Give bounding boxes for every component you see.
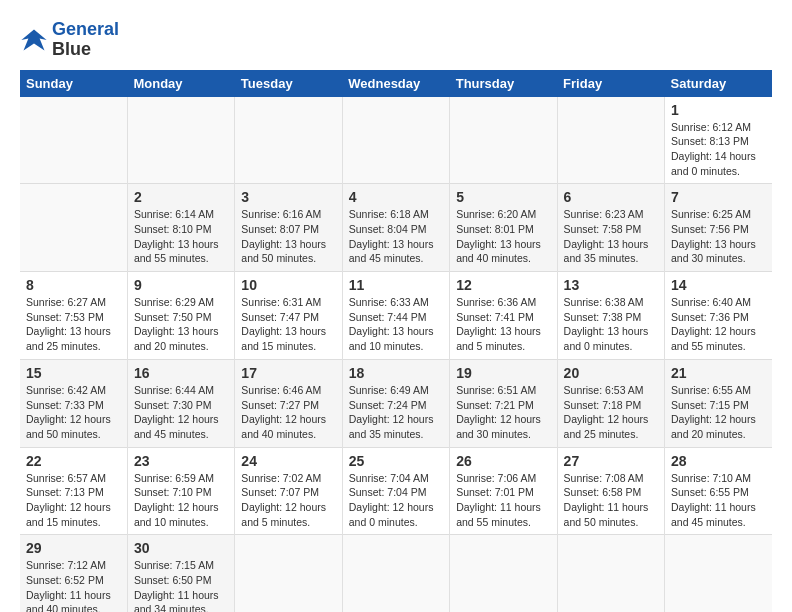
calendar-cell: 7Sunrise: 6:25 AMSunset: 7:56 PMDaylight… <box>665 184 772 272</box>
day-header-thursday: Thursday <box>450 70 557 97</box>
calendar-cell: 24Sunrise: 7:02 AMSunset: 7:07 PMDayligh… <box>235 447 342 535</box>
calendar-cell <box>20 97 127 184</box>
day-header-sunday: Sunday <box>20 70 127 97</box>
calendar-cell: 13Sunrise: 6:38 AMSunset: 7:38 PMDayligh… <box>557 272 664 360</box>
day-number: 6 <box>564 189 658 205</box>
page-header: GeneralBlue <box>20 20 772 60</box>
calendar-cell: 6Sunrise: 6:23 AMSunset: 7:58 PMDaylight… <box>557 184 664 272</box>
day-header-tuesday: Tuesday <box>235 70 342 97</box>
calendar-table: SundayMondayTuesdayWednesdayThursdayFrid… <box>20 70 772 612</box>
day-info: Sunrise: 6:38 AMSunset: 7:38 PMDaylight:… <box>564 295 658 354</box>
day-info: Sunrise: 6:51 AMSunset: 7:21 PMDaylight:… <box>456 383 550 442</box>
calendar-cell: 17Sunrise: 6:46 AMSunset: 7:27 PMDayligh… <box>235 359 342 447</box>
calendar-cell <box>557 535 664 612</box>
calendar-cell: 1Sunrise: 6:12 AMSunset: 8:13 PMDaylight… <box>665 97 772 184</box>
calendar-cell: 14Sunrise: 6:40 AMSunset: 7:36 PMDayligh… <box>665 272 772 360</box>
calendar-cell: 9Sunrise: 6:29 AMSunset: 7:50 PMDaylight… <box>127 272 234 360</box>
day-number: 22 <box>26 453 121 469</box>
day-number: 27 <box>564 453 658 469</box>
calendar-cell: 8Sunrise: 6:27 AMSunset: 7:53 PMDaylight… <box>20 272 127 360</box>
day-info: Sunrise: 6:31 AMSunset: 7:47 PMDaylight:… <box>241 295 335 354</box>
calendar-cell: 20Sunrise: 6:53 AMSunset: 7:18 PMDayligh… <box>557 359 664 447</box>
logo-icon <box>20 26 48 54</box>
day-header-wednesday: Wednesday <box>342 70 449 97</box>
day-info: Sunrise: 6:14 AMSunset: 8:10 PMDaylight:… <box>134 207 228 266</box>
day-number: 8 <box>26 277 121 293</box>
day-number: 7 <box>671 189 766 205</box>
day-info: Sunrise: 6:33 AMSunset: 7:44 PMDaylight:… <box>349 295 443 354</box>
calendar-cell: 3Sunrise: 6:16 AMSunset: 8:07 PMDaylight… <box>235 184 342 272</box>
day-info: Sunrise: 6:20 AMSunset: 8:01 PMDaylight:… <box>456 207 550 266</box>
week-row-2: 2Sunrise: 6:14 AMSunset: 8:10 PMDaylight… <box>20 184 772 272</box>
day-info: Sunrise: 7:04 AMSunset: 7:04 PMDaylight:… <box>349 471 443 530</box>
day-header-saturday: Saturday <box>665 70 772 97</box>
calendar-cell <box>342 97 449 184</box>
calendar-cell: 22Sunrise: 6:57 AMSunset: 7:13 PMDayligh… <box>20 447 127 535</box>
day-info: Sunrise: 6:40 AMSunset: 7:36 PMDaylight:… <box>671 295 766 354</box>
calendar-cell: 18Sunrise: 6:49 AMSunset: 7:24 PMDayligh… <box>342 359 449 447</box>
calendar-cell <box>557 97 664 184</box>
day-number: 28 <box>671 453 766 469</box>
calendar-cell: 23Sunrise: 6:59 AMSunset: 7:10 PMDayligh… <box>127 447 234 535</box>
calendar-cell: 30Sunrise: 7:15 AMSunset: 6:50 PMDayligh… <box>127 535 234 612</box>
calendar-cell <box>665 535 772 612</box>
calendar-cell: 12Sunrise: 6:36 AMSunset: 7:41 PMDayligh… <box>450 272 557 360</box>
week-row-3: 8Sunrise: 6:27 AMSunset: 7:53 PMDaylight… <box>20 272 772 360</box>
day-info: Sunrise: 6:42 AMSunset: 7:33 PMDaylight:… <box>26 383 121 442</box>
calendar-cell: 21Sunrise: 6:55 AMSunset: 7:15 PMDayligh… <box>665 359 772 447</box>
day-number: 1 <box>671 102 766 118</box>
calendar-cell: 4Sunrise: 6:18 AMSunset: 8:04 PMDaylight… <box>342 184 449 272</box>
day-info: Sunrise: 6:46 AMSunset: 7:27 PMDaylight:… <box>241 383 335 442</box>
day-info: Sunrise: 6:59 AMSunset: 7:10 PMDaylight:… <box>134 471 228 530</box>
day-info: Sunrise: 6:44 AMSunset: 7:30 PMDaylight:… <box>134 383 228 442</box>
day-info: Sunrise: 6:27 AMSunset: 7:53 PMDaylight:… <box>26 295 121 354</box>
logo-text: GeneralBlue <box>52 20 119 60</box>
day-number: 12 <box>456 277 550 293</box>
day-number: 25 <box>349 453 443 469</box>
day-info: Sunrise: 6:25 AMSunset: 7:56 PMDaylight:… <box>671 207 766 266</box>
logo: GeneralBlue <box>20 20 119 60</box>
calendar-cell <box>127 97 234 184</box>
calendar-cell <box>20 184 127 272</box>
day-info: Sunrise: 6:18 AMSunset: 8:04 PMDaylight:… <box>349 207 443 266</box>
day-info: Sunrise: 6:36 AMSunset: 7:41 PMDaylight:… <box>456 295 550 354</box>
calendar-cell <box>450 97 557 184</box>
day-info: Sunrise: 7:06 AMSunset: 7:01 PMDaylight:… <box>456 471 550 530</box>
day-number: 5 <box>456 189 550 205</box>
calendar-cell: 11Sunrise: 6:33 AMSunset: 7:44 PMDayligh… <box>342 272 449 360</box>
day-number: 3 <box>241 189 335 205</box>
day-number: 23 <box>134 453 228 469</box>
calendar-cell <box>235 97 342 184</box>
day-number: 15 <box>26 365 121 381</box>
day-info: Sunrise: 6:29 AMSunset: 7:50 PMDaylight:… <box>134 295 228 354</box>
week-row-4: 15Sunrise: 6:42 AMSunset: 7:33 PMDayligh… <box>20 359 772 447</box>
day-info: Sunrise: 6:49 AMSunset: 7:24 PMDaylight:… <box>349 383 443 442</box>
day-number: 2 <box>134 189 228 205</box>
calendar-cell <box>450 535 557 612</box>
day-info: Sunrise: 6:16 AMSunset: 8:07 PMDaylight:… <box>241 207 335 266</box>
calendar-cell: 5Sunrise: 6:20 AMSunset: 8:01 PMDaylight… <box>450 184 557 272</box>
day-info: Sunrise: 6:23 AMSunset: 7:58 PMDaylight:… <box>564 207 658 266</box>
calendar-cell: 19Sunrise: 6:51 AMSunset: 7:21 PMDayligh… <box>450 359 557 447</box>
week-row-5: 22Sunrise: 6:57 AMSunset: 7:13 PMDayligh… <box>20 447 772 535</box>
calendar-cell: 15Sunrise: 6:42 AMSunset: 7:33 PMDayligh… <box>20 359 127 447</box>
day-number: 4 <box>349 189 443 205</box>
day-header-monday: Monday <box>127 70 234 97</box>
day-number: 18 <box>349 365 443 381</box>
week-row-1: 1Sunrise: 6:12 AMSunset: 8:13 PMDaylight… <box>20 97 772 184</box>
day-info: Sunrise: 6:12 AMSunset: 8:13 PMDaylight:… <box>671 120 766 179</box>
calendar-cell <box>342 535 449 612</box>
calendar-cell: 16Sunrise: 6:44 AMSunset: 7:30 PMDayligh… <box>127 359 234 447</box>
day-number: 9 <box>134 277 228 293</box>
day-info: Sunrise: 7:10 AMSunset: 6:55 PMDaylight:… <box>671 471 766 530</box>
day-number: 30 <box>134 540 228 556</box>
svg-marker-0 <box>21 29 46 50</box>
day-number: 24 <box>241 453 335 469</box>
calendar-cell: 27Sunrise: 7:08 AMSunset: 6:58 PMDayligh… <box>557 447 664 535</box>
calendar-cell: 2Sunrise: 6:14 AMSunset: 8:10 PMDaylight… <box>127 184 234 272</box>
day-info: Sunrise: 7:08 AMSunset: 6:58 PMDaylight:… <box>564 471 658 530</box>
day-info: Sunrise: 7:12 AMSunset: 6:52 PMDaylight:… <box>26 558 121 612</box>
calendar-cell: 28Sunrise: 7:10 AMSunset: 6:55 PMDayligh… <box>665 447 772 535</box>
week-row-6: 29Sunrise: 7:12 AMSunset: 6:52 PMDayligh… <box>20 535 772 612</box>
header-row: SundayMondayTuesdayWednesdayThursdayFrid… <box>20 70 772 97</box>
